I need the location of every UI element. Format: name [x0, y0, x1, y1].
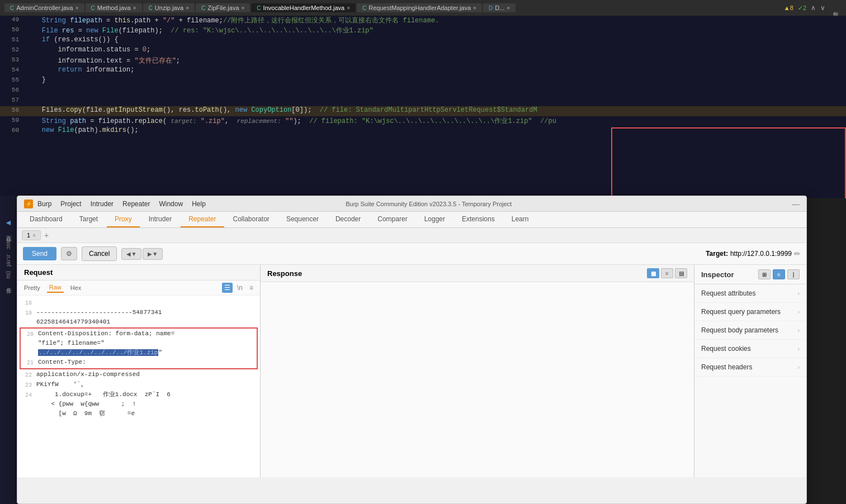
inspector-view-grid[interactable]: ⊞ [758, 269, 771, 279]
next-button[interactable]: ▶▼ [143, 248, 163, 260]
ide-topbar: C AdminController.java × C Method.java ×… [0, 0, 846, 16]
view-more-icon[interactable]: ≡ [247, 283, 256, 293]
left-arrow-icon[interactable]: ◄ [4, 218, 12, 227]
tab-intruder[interactable]: Intruder [141, 212, 179, 227]
tab-logger[interactable]: Logger [417, 212, 453, 227]
main-panels: Request Pretty Raw Hex ☰ \n ≡ 18 19 [17, 265, 806, 477]
burp-close-button[interactable]: — [792, 199, 800, 208]
menu-project[interactable]: Project [60, 200, 81, 208]
menu-repeater[interactable]: Repeater [122, 200, 150, 208]
close-icon[interactable]: × [242, 5, 245, 11]
ide-tab-admin[interactable]: C AdminController.java × [4, 3, 84, 12]
inspector-cookies[interactable]: Request cookies › [694, 340, 806, 358]
inspector-header: Inspector ⊞ ≡ | [694, 265, 806, 284]
close-icon[interactable]: × [473, 5, 476, 11]
tab-comparer[interactable]: Comparer [370, 212, 415, 227]
inspector-view-cols[interactable]: | [787, 269, 800, 279]
ide-tab-zipfile[interactable]: C ZipFile.java × [196, 3, 250, 12]
chevron-right-icon: › [798, 309, 800, 315]
request-tab-pretty[interactable]: Pretty [22, 283, 42, 292]
ide-tab-d[interactable]: D D... × [483, 3, 516, 12]
session-tab-label: 1 [27, 232, 30, 239]
sidebar-ref: .n.ref [6, 254, 12, 267]
prev-button[interactable]: ◀▼ [121, 248, 141, 260]
menu-window[interactable]: Window [159, 200, 183, 208]
inspector-body-params[interactable]: Request body parameters › [694, 321, 806, 340]
ide-tab-invocable[interactable]: C InvocableHandlerMethod.java × [251, 3, 356, 12]
inspector-request-attributes[interactable]: Request attributes › [694, 284, 806, 303]
burp-menu: Burp Project Intruder Repeater Window He… [37, 200, 206, 208]
sub-tab-row: 1 × + [17, 228, 806, 243]
tab-extensions[interactable]: Extensions [454, 212, 503, 227]
tab-repeater[interactable]: Repeater [181, 212, 224, 227]
menu-burp[interactable]: Burp [37, 200, 51, 208]
response-view-icons: ▦ ≡ ▤ [647, 268, 687, 278]
settings-button[interactable]: ⚙ [61, 247, 77, 260]
view-wrap-icon[interactable]: \n [235, 283, 245, 293]
close-icon[interactable]: × [186, 5, 189, 11]
resp-view-2[interactable]: ≡ [661, 268, 673, 278]
check-badge: ✓2 [798, 4, 806, 12]
inspector-view-list[interactable]: ≡ [773, 269, 785, 279]
tab-sequencer[interactable]: Sequencer [278, 212, 327, 227]
resp-view-3[interactable]: ▤ [675, 268, 687, 278]
session-tab-close[interactable]: × [32, 232, 36, 239]
request-red-box: 20 Content-Disposition: form-data; name=… [20, 327, 258, 369]
request-panel-header: Request [17, 265, 260, 280]
request-panel: Request Pretty Raw Hex ☰ \n ≡ 18 19 [17, 265, 261, 477]
code-line-56: 56 [0, 86, 846, 96]
req-line-20: 20 Content-Disposition: form-data; name=… [21, 329, 256, 358]
code-line-57: 57 [0, 96, 846, 106]
resp-view-1[interactable]: ▦ [647, 268, 659, 278]
request-code[interactable]: 18 19 --------------------------54877341… [17, 296, 260, 477]
close-icon[interactable]: × [133, 5, 136, 11]
tab-decoder[interactable]: Decoder [328, 212, 368, 227]
collapse-icon[interactable]: ∧ [811, 4, 816, 12]
cancel-button[interactable]: Cancel [82, 246, 117, 261]
menu-intruder[interactable]: Intruder [91, 200, 114, 208]
inspector-view-icons: ⊞ ≡ | [758, 269, 800, 279]
chevron-right-icon: › [798, 291, 800, 297]
code-line-54: 54 return information; [0, 66, 846, 76]
req-line-22: 22 application/x-zip-compressed [20, 370, 258, 380]
panel-view-icons: ☰ \n ≡ [222, 283, 256, 293]
tab-learn[interactable]: Learn [504, 212, 537, 227]
code-line-51: 51 if (res.exists()) { [0, 36, 846, 46]
chevron-right-icon: › [798, 327, 800, 334]
session-tab[interactable]: 1 × [22, 230, 41, 240]
code-line-60: 60 new File(path).mkdirs(); [0, 126, 846, 136]
debug-red-box [611, 127, 846, 198]
tab-dashboard[interactable]: Dashboard [22, 212, 70, 227]
toolbar: Send ⚙ Cancel ◀▼ ▶▼ Target: http://127.0… [17, 243, 806, 265]
close-icon[interactable]: × [507, 5, 510, 11]
close-icon[interactable]: × [347, 5, 350, 11]
req-line-19: 19 --------------------------54877341 62… [20, 308, 258, 327]
ide-tab-unzip[interactable]: C Unzip.java × [143, 3, 195, 12]
target-edit-icon[interactable]: ✏ [794, 249, 801, 258]
req-line-24: 24 1.docxup=+ 作业1.docx zP`I 6 < {pww w{q… [20, 390, 258, 419]
close-icon[interactable]: × [75, 5, 79, 11]
view-list-icon[interactable]: ☰ [222, 283, 233, 293]
inspector-title: Inspector [701, 270, 734, 279]
ide-tab-method[interactable]: C Method.java × [86, 3, 142, 12]
ide-area: C AdminController.java × C Method.java ×… [0, 0, 846, 198]
request-tab-raw[interactable]: Raw [47, 283, 64, 293]
tab-target[interactable]: Target [72, 212, 106, 227]
target-label: Target: [706, 250, 728, 258]
ide-tab-requestmapping[interactable]: C RequestMappingHandlerAdapter.java × [357, 3, 482, 12]
request-tab-hex[interactable]: Hex [68, 283, 84, 292]
send-button[interactable]: Send [23, 247, 56, 260]
code-line-52: 52 information.status = 0; [0, 46, 846, 56]
add-tab-button[interactable]: + [44, 231, 49, 240]
menu-help[interactable]: Help [192, 200, 206, 208]
inspector-query-params[interactable]: Request query parameters › [694, 303, 806, 321]
tab-collaborator[interactable]: Collaborator [225, 212, 277, 227]
expand-icon[interactable]: ∨ [820, 4, 825, 12]
code-line-53: 53 information.text = "文件已存在"; [0, 56, 846, 66]
inspector-headers[interactable]: Request headers › [694, 358, 806, 377]
code-line-50: 50 File res = new File(filepath); // res… [0, 26, 846, 36]
response-panel: Response ▦ ≡ ▤ [261, 265, 694, 477]
tab-proxy[interactable]: Proxy [107, 212, 140, 227]
burp-nav: Dashboard Target Proxy Intruder Repeater… [17, 212, 806, 228]
req-line-23: 23 PKiYfW '`, [20, 380, 258, 390]
